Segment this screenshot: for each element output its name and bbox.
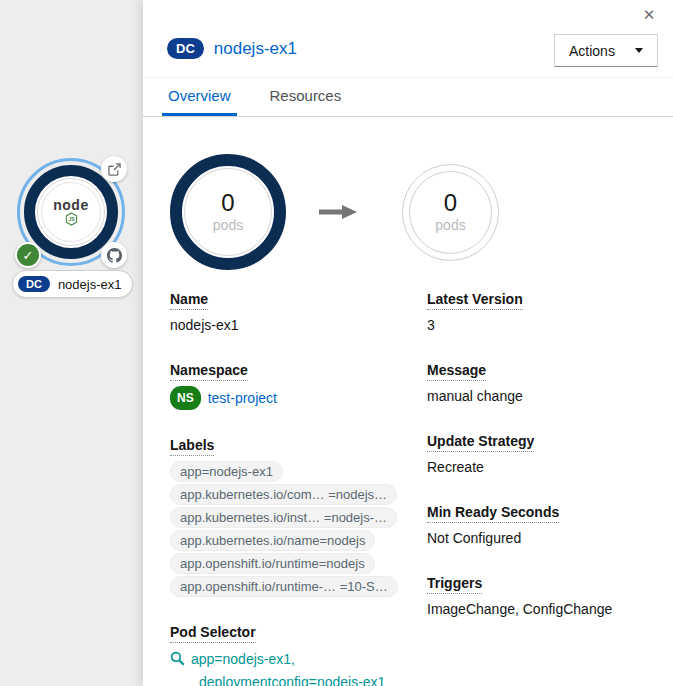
min-ready-seconds-value: Not Configured — [427, 528, 657, 548]
detail-labels: Labels app=nodejs-ex1 app.kubernetes.io/… — [170, 436, 427, 597]
detail-min-ready-seconds: Min Ready Seconds Not Configured — [427, 503, 657, 548]
update-strategy-heading: Update Strategy — [427, 433, 534, 452]
overview-content: 0 pods 0 pods Name nodejs-ex1 — [143, 117, 673, 686]
check-icon: ✓ — [23, 248, 34, 263]
tab-overview[interactable]: Overview — [162, 78, 237, 116]
nodejs-logo: node JS — [35, 176, 107, 248]
nodejs-hexagon-icon: JS — [65, 212, 78, 226]
namespace-link[interactable]: test-project — [208, 388, 277, 408]
pod-selector-link[interactable]: app=nodejs-ex1, deploymentconfig=nodejs-… — [170, 648, 427, 686]
triggers-value: ImageChange, ConfigChange — [427, 599, 657, 619]
dc-badge: DC — [167, 38, 204, 59]
external-link-icon — [108, 163, 121, 176]
resource-title-row: DC nodejs-ex1 — [167, 38, 297, 59]
node-label-text: nodejs-ex1 — [58, 277, 122, 292]
resource-title-link[interactable]: nodejs-ex1 — [214, 39, 297, 59]
rollout-arrow-icon — [318, 204, 358, 220]
latest-version-heading: Latest Version — [427, 291, 523, 310]
pod-selector-text: app=nodejs-ex1, deploymentconfig=nodejs-… — [191, 648, 385, 686]
search-icon — [170, 651, 185, 666]
details-right-column: Latest Version 3 Message manual change U… — [427, 290, 657, 686]
tab-resources[interactable]: Resources — [264, 78, 348, 116]
svg-text:JS: JS — [68, 216, 75, 222]
current-pods-donut[interactable]: 0 pods — [170, 154, 286, 270]
pods-charts-row: 0 pods 0 pods — [170, 154, 657, 270]
detail-namespace: Namespace NS test-project — [170, 361, 427, 410]
details-left-column: Name nodejs-ex1 Namespace NS test-projec… — [170, 290, 427, 686]
update-strategy-value: Recreate — [427, 457, 657, 477]
detail-name: Name nodejs-ex1 — [170, 290, 427, 335]
detail-pod-selector: Pod Selector app=nodejs-ex1, deploymentc… — [170, 623, 427, 686]
chevron-down-icon — [635, 48, 643, 53]
detail-triggers: Triggers ImageChange, ConfigChange — [427, 574, 657, 619]
min-ready-seconds-heading: Min Ready Seconds — [427, 504, 559, 523]
details-grid: Name nodejs-ex1 Namespace NS test-projec… — [170, 290, 657, 686]
panel-tabs: Overview Resources — [143, 78, 673, 117]
namespace-heading: Namespace — [170, 362, 248, 381]
donut-inner-ring — [184, 168, 272, 256]
source-code-decorator[interactable] — [101, 242, 127, 268]
edit-source-decorator[interactable] — [101, 156, 127, 182]
latest-version-value: 3 — [427, 315, 657, 335]
label-pill[interactable]: app.openshift.io/runtime-… =10-S… — [170, 576, 398, 597]
dc-badge: DC — [18, 276, 50, 292]
ns-badge: NS — [170, 386, 201, 410]
topology-canvas[interactable]: node JS ✓ DC nodejs-ex1 — [0, 0, 143, 686]
actions-dropdown[interactable]: Actions — [554, 34, 658, 67]
detail-update-strategy: Update Strategy Recreate — [427, 432, 657, 477]
target-pods-donut[interactable]: 0 pods — [402, 164, 499, 261]
label-pill[interactable]: app.kubernetes.io/inst… =nodejs-… — [170, 507, 397, 528]
labels-list: app=nodejs-ex1 app.kubernetes.io/com… =n… — [170, 461, 427, 597]
label-pill[interactable]: app=nodejs-ex1 — [170, 461, 283, 482]
label-pill[interactable]: app.openshift.io/runtime=nodejs — [170, 553, 375, 574]
donut-inner-ring — [409, 171, 492, 254]
github-icon — [107, 248, 122, 263]
detail-latest-version: Latest Version 3 — [427, 290, 657, 335]
node-label[interactable]: DC nodejs-ex1 — [12, 270, 133, 298]
name-value: nodejs-ex1 — [170, 315, 427, 335]
triggers-heading: Triggers — [427, 575, 482, 594]
message-heading: Message — [427, 362, 486, 381]
labels-heading: Labels — [170, 437, 214, 456]
side-panel: ✕ DC nodejs-ex1 Actions Overview Resourc… — [143, 0, 673, 686]
actions-label: Actions — [569, 43, 615, 59]
pod-selector-heading: Pod Selector — [170, 624, 256, 643]
build-status-decorator[interactable]: ✓ — [15, 242, 41, 268]
message-value: manual change — [427, 386, 657, 406]
nodejs-logo-word: node — [53, 198, 88, 212]
label-pill[interactable]: app.kubernetes.io/name=nodejs — [170, 530, 375, 551]
detail-message: Message manual change — [427, 361, 657, 406]
name-heading: Name — [170, 291, 208, 310]
label-pill[interactable]: app.kubernetes.io/com… =nodejs… — [170, 484, 397, 505]
panel-header: DC nodejs-ex1 Actions — [143, 0, 673, 78]
